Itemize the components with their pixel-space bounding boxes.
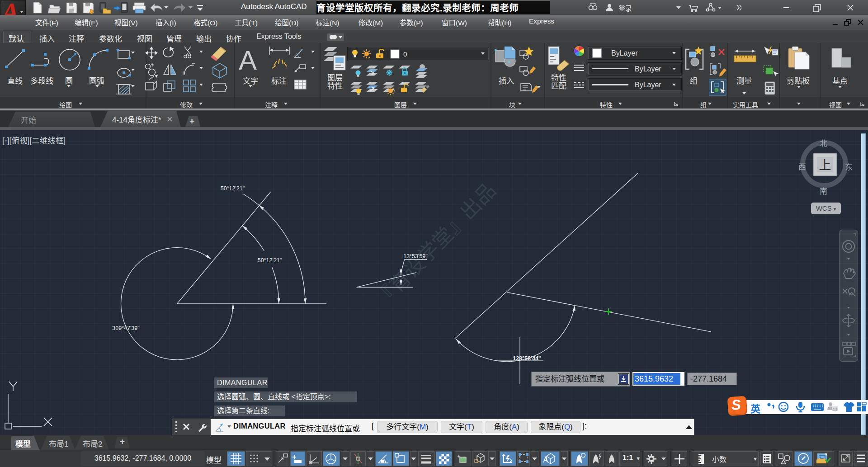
svg-text:0: 0 (403, 50, 407, 58)
svg-text:309°47'39": 309°47'39" (112, 325, 140, 331)
svg-text:50°12'21": 50°12'21" (221, 185, 245, 192)
svg-text:13°53'59": 13°53'59" (403, 253, 428, 259)
svg-text:50°12'21": 50°12'21" (258, 257, 282, 264)
svg-text:13: 13 (833, 407, 837, 411)
